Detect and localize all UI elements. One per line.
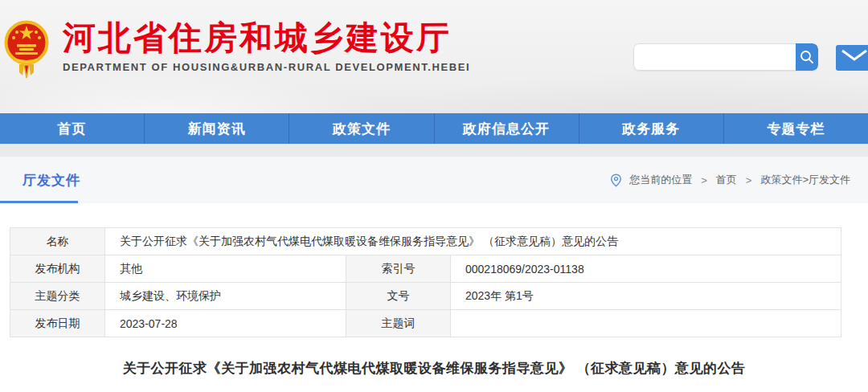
main-nav: 首页 新闻资讯 政策文件 政府信息公开 政务服务 专题专栏 <box>0 113 868 144</box>
table-row: 发布机构 其他 索引号 000218069/2023-01138 <box>10 255 841 283</box>
site-subtitle: DEPARTMENT OF HOUSING&URBAN-RURAL DEVELO… <box>63 61 470 73</box>
field-value-keywords <box>451 310 841 337</box>
national-emblem-logo <box>3 16 50 79</box>
site-header: 河北省住房和城乡建设厅 DEPARTMENT OF HOUSING&URBAN-… <box>0 0 868 113</box>
table-row: 名称 关于公开征求《关于加强农村气代煤电代煤取暖设备维保服务指导意见》 （征求意… <box>10 228 841 255</box>
breadcrumb: 您当前的位置 > 首页 > 政策文件>厅发文件 <box>610 173 850 187</box>
field-value-issuing-agency: 其他 <box>105 255 346 283</box>
search-icon <box>799 49 815 65</box>
field-label-publish-date: 发布日期 <box>10 310 105 337</box>
search-button[interactable] <box>796 43 818 71</box>
nav-item-special-topics[interactable]: 专题专栏 <box>724 113 868 144</box>
site-title: 河北省住房和城乡建设厅 <box>63 21 470 55</box>
search-bar <box>633 43 818 71</box>
field-value-publish-date: 2023-07-28 <box>105 310 346 337</box>
table-row: 发布日期 2023-07-28 主题词 <box>10 310 841 337</box>
breadcrumb-separator: > <box>746 174 752 186</box>
location-pin-icon <box>610 174 622 187</box>
field-label-index-number: 索引号 <box>346 255 451 283</box>
brand-text: 河北省住房和城乡建设厅 DEPARTMENT OF HOUSING&URBAN-… <box>63 16 470 73</box>
header-nav-gap <box>0 144 868 157</box>
field-value-topic-category: 城乡建设、环境保护 <box>105 283 346 310</box>
field-value-index-number: 000218069/2023-01138 <box>451 255 841 283</box>
search-input[interactable] <box>633 43 796 71</box>
tab-department-documents[interactable]: 厅发文件 <box>23 171 80 190</box>
mail-icon <box>841 49 868 67</box>
field-value-document-number: 2023年 第1号 <box>451 283 841 310</box>
table-row: 主题分类 城乡建设、环境保护 文号 2023年 第1号 <box>10 283 841 310</box>
field-label-name: 名称 <box>10 228 105 255</box>
nav-item-gov-info-disclosure[interactable]: 政府信息公开 <box>435 113 579 144</box>
tab-active-underline <box>0 201 78 203</box>
breadcrumb-current[interactable]: 政策文件>厅发文件 <box>760 173 850 187</box>
field-label-issuing-agency: 发布机构 <box>10 255 105 283</box>
main-content: 名称 关于公开征求《关于加强农村气代煤电代煤取暖设备维保服务指导意见》 （征求意… <box>0 203 868 378</box>
nav-item-news[interactable]: 新闻资讯 <box>145 113 289 144</box>
field-value-name: 关于公开征求《关于加强农村气代煤电代煤取暖设备维保服务指导意见》 （征求意见稿）… <box>105 228 841 255</box>
nav-item-gov-services[interactable]: 政务服务 <box>579 113 724 144</box>
article-title: 关于公开征求《关于加强农村气代煤电代煤取暖设备维保服务指导意见》 （征求意见稿）… <box>0 359 868 378</box>
mail-button[interactable] <box>836 45 868 71</box>
site-brand: 河北省住房和城乡建设厅 DEPARTMENT OF HOUSING&URBAN-… <box>3 16 470 79</box>
field-label-topic-category: 主题分类 <box>10 283 105 310</box>
field-label-keywords: 主题词 <box>346 310 451 337</box>
breadcrumb-home[interactable]: 首页 <box>716 173 737 187</box>
nav-item-home[interactable]: 首页 <box>0 113 145 144</box>
breadcrumb-separator: > <box>701 174 707 186</box>
nav-item-policy-documents[interactable]: 政策文件 <box>289 113 434 144</box>
section-header: 厅发文件 您当前的位置 > 首页 > 政策文件>厅发文件 <box>0 157 868 203</box>
document-metadata-table: 名称 关于公开征求《关于加强农村气代煤电代煤取暖设备维保服务指导意见》 （征求意… <box>10 227 841 337</box>
breadcrumb-prefix: 您当前的位置 <box>629 173 692 187</box>
field-label-document-number: 文号 <box>346 283 451 310</box>
